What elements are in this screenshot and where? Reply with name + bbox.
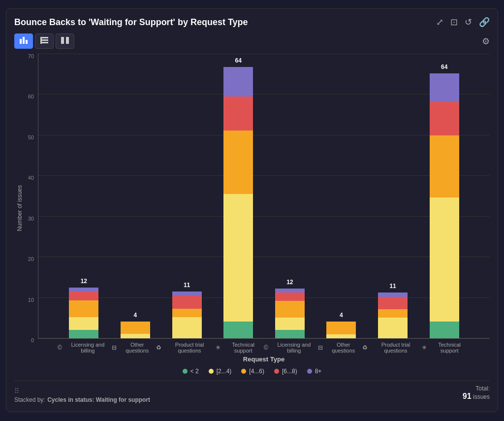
chart-area: Number of issues 0 10 20 30 40 50 60 70 (14, 54, 490, 363)
bar-segment (121, 322, 150, 334)
legend-label: 8+ (315, 368, 322, 375)
y-axis-ticks: 0 10 20 30 40 50 60 70 (23, 54, 38, 363)
dashboard-widget: Bounce Backs to 'Waiting for Support' by… (6, 8, 498, 412)
x-axis-title: Request Type (38, 356, 490, 363)
bar-segment (430, 73, 459, 102)
bar-segment (378, 318, 408, 338)
drag-handle-icon[interactable]: ⠿ (14, 387, 19, 395)
bar-group: 64 (223, 67, 253, 338)
bar-segment (69, 288, 98, 292)
total-value: 91 (463, 392, 472, 400)
bar-stack: 64 (430, 73, 459, 338)
bar-stack: 11 (172, 291, 202, 338)
header-actions: ⤢ ⊡ ↺ 🔗 (436, 17, 490, 28)
bars-container: 12411641241164 (38, 54, 490, 338)
fullscreen-icon[interactable]: ⊡ (450, 17, 458, 28)
bar-segment (275, 292, 305, 301)
bar-segment (69, 291, 98, 300)
bar-segment (69, 330, 98, 338)
settings-icon[interactable]: ⚙ (482, 36, 490, 47)
bar-segment (430, 322, 459, 338)
footer-left: ⠿ Stacked by: Cycles in status: Waiting … (14, 385, 150, 404)
bar-segment (275, 289, 305, 292)
x-axis-label: ⊟Other questions (112, 342, 156, 354)
legend-item: < 2 (183, 368, 199, 375)
table-view-button[interactable] (35, 33, 54, 49)
grid-and-bars: 12411641241164 (38, 54, 490, 339)
legend-color-dot (241, 369, 246, 374)
y-tick-10: 10 (23, 297, 34, 303)
bar-group: 12 (275, 289, 305, 338)
bar-stack: 12 (275, 289, 305, 338)
legend-item: [6...8) (274, 368, 297, 375)
expand-icon[interactable]: ⤢ (436, 17, 443, 28)
legend-color-dot (274, 369, 279, 374)
x-axis-label: ©Licensing and billing (264, 342, 318, 354)
bar-stack: 12 (69, 288, 98, 338)
bar-stack: 4 (121, 322, 150, 338)
bar-segment (275, 318, 305, 330)
y-tick-70: 70 (23, 54, 34, 59)
bar-stack: 11 (378, 292, 408, 338)
stacked-by-label: Stacked by: (14, 396, 45, 403)
bar-total-label: 11 (389, 283, 396, 290)
bar-stack: 4 (326, 322, 356, 338)
chart-inner: 0 10 20 30 40 50 60 70 (23, 54, 490, 363)
bar-segment (223, 97, 253, 130)
stacked-by-value: Cycles in status: Waiting for support (47, 396, 150, 403)
bar-segment (275, 301, 305, 318)
bar-segment (275, 330, 305, 338)
bar-segment (172, 309, 202, 317)
legend-label: < 2 (190, 368, 199, 375)
bar-segment (326, 334, 356, 338)
x-axis-label: ⊟Other questions (318, 342, 362, 354)
view-switcher (14, 33, 74, 49)
bar-group: 11 (172, 291, 202, 338)
x-axis-label: ©Licensing and billing (58, 342, 112, 354)
x-axis-label: ♻Product trial questions (362, 342, 422, 354)
link-icon[interactable]: 🔗 (479, 17, 490, 28)
svg-rect-7 (61, 37, 64, 44)
legend-label: [2...4) (217, 368, 232, 375)
y-axis-label: Number of issues (14, 185, 23, 231)
bar-group: 4 (121, 322, 150, 338)
bar-segment (430, 135, 459, 197)
x-axis-label: ♻Product trial questions (156, 342, 216, 354)
legend-item: [4...6) (241, 368, 264, 375)
widget-header: Bounce Backs to 'Waiting for Support' by… (14, 17, 490, 28)
legend: < 2[2...4)[4...6)[6...8)8+ (14, 368, 490, 375)
bar-segment (378, 309, 408, 318)
x-axis-labels: ©Licensing and billing⊟Other questions♻P… (38, 339, 490, 354)
y-tick-40: 40 (23, 175, 34, 181)
bar-group: 11 (378, 292, 408, 338)
chart-view-button[interactable] (14, 33, 33, 49)
total-label: Total: (475, 385, 490, 392)
bar-group: 12 (69, 288, 98, 338)
bar-segment (378, 297, 408, 309)
widget-title: Bounce Backs to 'Waiting for Support' by… (14, 17, 248, 28)
refresh-icon[interactable]: ↺ (465, 17, 472, 28)
bar-segment (326, 322, 356, 334)
bar-group: 64 (430, 73, 459, 338)
bar-segment (172, 296, 202, 309)
legend-color-dot (307, 369, 312, 374)
bar-total-label: 12 (286, 279, 293, 286)
bar-group: 4 (326, 322, 356, 338)
y-tick-30: 30 (23, 216, 34, 222)
view-toolbar: ⚙ (14, 33, 490, 49)
x-axis-label: ✳Technical support (422, 342, 470, 354)
svg-rect-8 (66, 37, 69, 44)
legend-color-dot (183, 369, 188, 374)
bar-segment (69, 300, 98, 317)
bar-segment (121, 334, 150, 338)
bar-segment (223, 194, 253, 321)
svg-rect-6 (40, 37, 42, 44)
bar-segment (223, 130, 253, 194)
bar-segment (430, 102, 459, 135)
y-tick-60: 60 (23, 94, 34, 99)
legend-label: [6...8) (282, 368, 297, 375)
split-view-button[interactable] (56, 33, 74, 49)
bar-stack: 64 (223, 67, 253, 338)
bar-total-label: 11 (184, 282, 190, 289)
y-tick-20: 20 (23, 257, 34, 262)
